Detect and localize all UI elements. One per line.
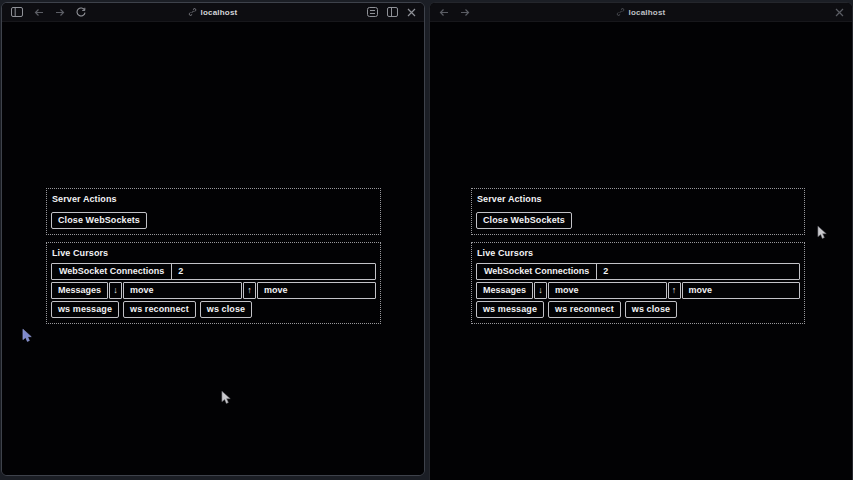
ws-buttons-row: ws message ws reconnect ws close (476, 301, 800, 318)
connections-row: WebSocket Connections 2 (476, 263, 800, 280)
close-icon[interactable] (835, 8, 844, 17)
url-text: localhost (629, 8, 666, 17)
server-actions-title: Server Actions (477, 194, 799, 204)
address-display[interactable]: localhost (189, 3, 238, 21)
server-actions-section: Server Actions Close WebSockets (46, 188, 381, 235)
close-icon[interactable] (407, 8, 416, 17)
ws-message-button[interactable]: ws message (476, 301, 544, 318)
browser-window-left: localhost Server Actions (1, 2, 425, 476)
connections-count: 2 (172, 264, 375, 279)
url-text: localhost (201, 8, 238, 17)
server-actions-title: Server Actions (52, 194, 375, 204)
connections-label: WebSocket Connections (52, 264, 172, 279)
tab-overview-icon[interactable] (387, 7, 398, 17)
server-actions-section: Server Actions Close WebSockets (471, 188, 805, 235)
browser-window-right: localhost Server Actions Close WebSocket… (429, 2, 853, 480)
outgoing-arrow-icon: ↑ (243, 282, 256, 299)
reader-mode-icon[interactable] (367, 7, 378, 17)
outgoing-message: move (257, 282, 376, 299)
outgoing-arrow-icon: ↑ (668, 282, 681, 299)
ws-reconnect-button[interactable]: ws reconnect (548, 301, 621, 318)
outgoing-message: move (682, 282, 800, 299)
titlebar: localhost (430, 3, 852, 22)
address-display[interactable]: localhost (617, 3, 666, 21)
ws-reconnect-button[interactable]: ws reconnect (123, 301, 196, 318)
debug-panel: Server Actions Close WebSockets Live Cur… (471, 188, 805, 331)
titlebar-nav-controls (430, 8, 470, 17)
link-icon (617, 8, 625, 16)
ws-buttons-row: ws message ws reconnect ws close (51, 301, 376, 318)
titlebar-window-controls (835, 8, 852, 17)
back-icon[interactable] (439, 8, 449, 17)
live-cursors-title: Live Cursors (52, 248, 375, 258)
connections-row: WebSocket Connections 2 (51, 263, 376, 280)
incoming-message: move (548, 282, 666, 299)
messages-label: Messages (51, 282, 108, 299)
live-cursors-section: Live Cursors WebSocket Connections 2 Mes… (471, 242, 805, 324)
titlebar-nav-controls (2, 7, 86, 17)
back-icon[interactable] (34, 8, 44, 17)
sidebar-toggle-icon[interactable] (11, 7, 23, 17)
ws-close-button[interactable]: ws close (625, 301, 677, 318)
forward-icon[interactable] (460, 8, 470, 17)
messages-row: Messages ↓ move ↑ move (51, 282, 376, 299)
messages-row: Messages ↓ move ↑ move (476, 282, 800, 299)
page-content: Server Actions Close WebSockets Live Cur… (430, 22, 852, 480)
live-cursors-section: Live Cursors WebSocket Connections 2 Mes… (46, 242, 381, 324)
incoming-arrow-icon: ↓ (109, 282, 122, 299)
link-icon (189, 8, 197, 16)
ws-message-button[interactable]: ws message (51, 301, 119, 318)
ws-close-button[interactable]: ws close (200, 301, 252, 318)
debug-panel: Server Actions Close WebSockets Live Cur… (46, 188, 381, 331)
titlebar-window-controls (367, 7, 424, 17)
titlebar: localhost (2, 3, 424, 22)
messages-label: Messages (476, 282, 533, 299)
connections-count: 2 (597, 264, 799, 279)
close-websockets-button[interactable]: Close WebSockets (51, 212, 147, 229)
forward-icon[interactable] (55, 8, 65, 17)
incoming-message: move (123, 282, 242, 299)
incoming-arrow-icon: ↓ (534, 282, 547, 299)
live-cursors-title: Live Cursors (477, 248, 799, 258)
close-websockets-button[interactable]: Close WebSockets (476, 212, 572, 229)
reload-icon[interactable] (76, 7, 86, 17)
page-content: Server Actions Close WebSockets Live Cur… (2, 22, 424, 475)
connections-label: WebSocket Connections (477, 264, 597, 279)
